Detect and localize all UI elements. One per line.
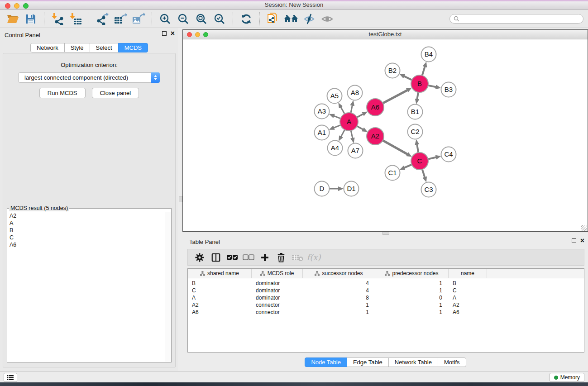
tab-mcds[interactable]: MCDS [118, 43, 148, 52]
column-header-predecessor-nodes[interactable]: predecessor nodes [375, 269, 449, 278]
column-header-name[interactable]: name [449, 269, 487, 278]
tab-network[interactable]: Network [30, 43, 65, 52]
float-panel-icon[interactable] [162, 31, 167, 36]
network-zoom-button[interactable] [203, 32, 208, 37]
network-close-button[interactable] [187, 32, 192, 37]
function-builder-icon[interactable]: f(x) [306, 251, 321, 264]
table-tab-node-table[interactable]: Node Table [305, 357, 347, 367]
close-table-panel-icon[interactable]: × [580, 238, 584, 243]
zoom-in-icon[interactable] [157, 11, 173, 27]
export-network-icon[interactable] [94, 11, 110, 27]
graph-edge-B-B3[interactable] [427, 85, 436, 87]
table-cell[interactable]: A6 [449, 309, 487, 315]
graph-node-A7[interactable]: A7 [348, 143, 363, 158]
table-cell[interactable]: dominator [252, 287, 303, 294]
tab-style[interactable]: Style [64, 43, 90, 52]
close-panel-icon[interactable]: × [171, 31, 175, 36]
graph-node-B1[interactable]: B1 [408, 105, 423, 119]
criterion-dropdown[interactable]: largest connected component (directed) [18, 72, 160, 83]
table-row[interactable]: Cdominator41C [188, 287, 584, 294]
refresh-view-icon[interactable] [238, 11, 254, 27]
float-table-panel-icon[interactable] [572, 238, 576, 243]
graph-node-C3[interactable]: C3 [421, 182, 436, 197]
table-cell[interactable]: B [188, 280, 252, 286]
table-cell[interactable]: dominator [252, 280, 303, 286]
save-session-icon[interactable] [23, 11, 39, 27]
window-resize-grip[interactable] [581, 225, 587, 231]
graph-node-C4[interactable]: C4 [441, 147, 456, 162]
delete-columns-icon[interactable] [274, 251, 288, 264]
table-tab-motifs[interactable]: Motifs [438, 357, 466, 367]
session-titlebar[interactable]: Session: New Session [0, 0, 588, 10]
table-cell[interactable]: A [188, 295, 252, 301]
table-cell[interactable]: 1 [375, 302, 449, 308]
home-pair-icon[interactable] [283, 11, 299, 27]
table-tab-edge-table[interactable]: Edge Table [347, 357, 389, 367]
horizontal-splitter-handle[interactable] [382, 232, 389, 235]
network-canvas[interactable]: B4B2BB3A5A8A6A3B1AA1C2A2A4A7C4CC1DD1C3 [183, 40, 588, 231]
table-row[interactable]: Bdominator41B [188, 280, 584, 287]
graph-node-B4[interactable]: B4 [421, 47, 436, 62]
table-cell[interactable]: B [449, 280, 487, 286]
graph-node-C[interactable]: C [411, 152, 428, 170]
zoom-window-button[interactable] [23, 3, 29, 9]
graph-edge-C-C2[interactable] [417, 144, 418, 153]
mcds-result-item[interactable]: A6 [8, 241, 164, 248]
mcds-list-scrollbar[interactable] [165, 212, 171, 362]
graph-node-A2[interactable]: A2 [367, 128, 384, 145]
graph-node-B[interactable]: B [411, 75, 428, 92]
select-all-icon[interactable] [225, 251, 239, 264]
graph-node-A6[interactable]: A6 [367, 99, 384, 116]
minimize-window-button[interactable] [14, 3, 19, 9]
table-row[interactable]: A2connector11A2 [188, 301, 584, 309]
table-row[interactable]: A6connector11A6 [188, 309, 584, 316]
tab-select[interactable]: Select [90, 43, 119, 52]
hide-graphics-details-icon[interactable] [301, 11, 317, 27]
zoom-out-icon[interactable] [175, 11, 191, 27]
column-header-shared-name[interactable]: shared name [188, 269, 252, 278]
task-history-button[interactable] [4, 373, 17, 382]
graph-node-A5[interactable]: A5 [327, 89, 342, 104]
vertical-splitter-handle[interactable] [179, 196, 182, 202]
graph-node-A8[interactable]: A8 [348, 86, 363, 100]
graph-edge-A2-C[interactable] [382, 140, 407, 154]
graph-node-A1[interactable]: A1 [315, 125, 330, 140]
create-column-icon[interactable] [258, 251, 272, 264]
graph-node-B2[interactable]: B2 [385, 63, 400, 78]
graph-node-A3[interactable]: A3 [315, 104, 330, 119]
table-cell[interactable]: 1 [375, 287, 449, 294]
table-cell[interactable]: connector [252, 309, 303, 315]
column-header-MCDS-role[interactable]: MCDS role [252, 269, 303, 278]
table-cell[interactable]: A [449, 295, 487, 301]
mcds-result-item[interactable]: A2 [8, 212, 164, 219]
graph-node-B3[interactable]: B3 [441, 82, 456, 97]
graph-edge-A6-B[interactable] [382, 91, 407, 104]
search-field[interactable] [449, 14, 583, 24]
export-table-icon[interactable] [112, 11, 129, 27]
table-cell[interactable]: 8 [303, 295, 375, 301]
mcds-result-item[interactable]: B [8, 227, 164, 234]
table-tab-network-table[interactable]: Network Table [388, 357, 438, 367]
graph-node-D[interactable]: D [315, 181, 330, 196]
search-input[interactable] [462, 15, 579, 22]
zoom-selected-icon[interactable] [211, 11, 228, 27]
show-graphics-details-icon[interactable] [319, 11, 335, 27]
table-cell[interactable]: A6 [188, 309, 252, 315]
graph-node-C1[interactable]: C1 [385, 166, 400, 181]
graph-edge-C-C4[interactable] [427, 157, 436, 160]
table-cell[interactable]: A2 [188, 302, 252, 308]
table-cell[interactable]: C [449, 287, 487, 294]
table-cell[interactable]: 1 [375, 309, 449, 315]
zoom-fit-icon[interactable] [193, 11, 210, 27]
table-cell[interactable]: 1 [303, 309, 375, 315]
table-cell[interactable]: 0 [375, 295, 449, 301]
graph-edge-C-C3[interactable] [422, 168, 425, 177]
table-cell[interactable]: dominator [252, 295, 303, 301]
network-minimize-button[interactable] [195, 32, 200, 37]
import-network-icon[interactable] [49, 11, 66, 27]
table-cell[interactable]: 4 [303, 280, 375, 286]
mcds-result-item[interactable]: C [8, 234, 164, 241]
export-image-icon[interactable] [130, 11, 147, 27]
table-cell[interactable]: 1 [375, 280, 449, 286]
graph-node-D1[interactable]: D1 [344, 181, 359, 196]
